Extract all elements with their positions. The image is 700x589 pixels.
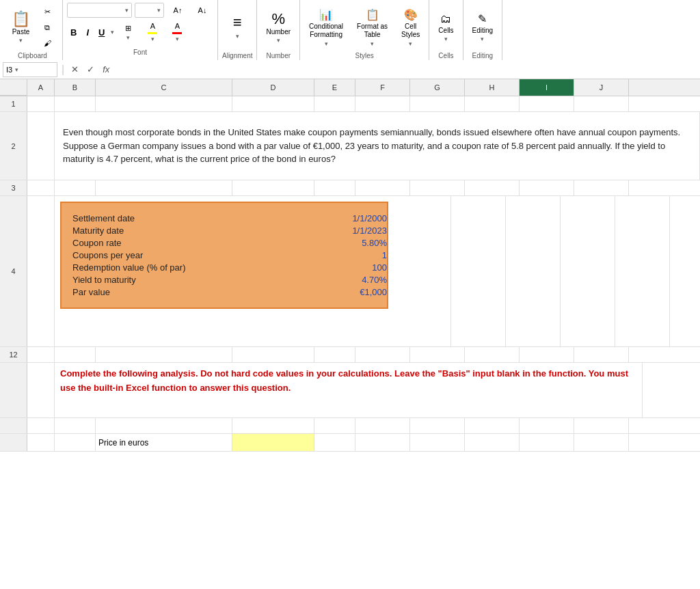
cell-f12[interactable]	[355, 347, 410, 362]
cell-e14[interactable]	[314, 418, 355, 433]
cell-j15[interactable]	[574, 434, 629, 451]
cell-i14[interactable]	[520, 418, 574, 433]
cell-b3[interactable]	[55, 180, 96, 195]
cell-h1[interactable]	[465, 96, 520, 111]
cell-g12[interactable]	[410, 347, 465, 362]
row-header-2[interactable]: 2	[0, 112, 27, 180]
cell-d3[interactable]	[232, 180, 314, 195]
cell-e1[interactable]	[314, 96, 355, 111]
cell-i12[interactable]	[520, 347, 574, 362]
col-header-i[interactable]: I	[520, 79, 574, 96]
font-size-input[interactable]: 11	[138, 6, 157, 14]
name-box[interactable]: I3 ▾	[3, 62, 57, 77]
col-header-b[interactable]: B	[55, 79, 96, 96]
cells-button[interactable]: 🗂 Cells ▾	[433, 3, 458, 52]
cell-g1[interactable]	[410, 96, 465, 111]
col-header-j[interactable]: J	[574, 79, 629, 96]
cell-a3[interactable]	[27, 180, 55, 195]
cell-b1[interactable]	[55, 96, 96, 111]
cell-i3[interactable]	[520, 180, 574, 195]
col-header-f[interactable]: F	[355, 79, 410, 96]
cell-a14[interactable]	[27, 418, 55, 433]
cell-b4-orange[interactable]: Settlement date 1/1/2000 Maturity date 1…	[55, 196, 410, 346]
row-header-14[interactable]	[0, 418, 27, 433]
cell-j14[interactable]	[574, 418, 629, 433]
cell-a12[interactable]	[27, 347, 55, 362]
cell-j4[interactable]	[670, 196, 700, 346]
cell-b13-merged[interactable]: Complete the following analysis. Do not …	[55, 363, 643, 417]
decrease-font-button[interactable]: A↓	[191, 4, 213, 16]
cell-f4[interactable]	[451, 196, 506, 346]
cell-g14[interactable]	[410, 418, 465, 433]
col-header-g[interactable]: G	[410, 79, 465, 96]
row-header-3[interactable]: 3	[0, 180, 27, 195]
cell-c1[interactable]	[96, 96, 232, 111]
cell-h15[interactable]	[465, 434, 520, 451]
row-header-4[interactable]: 4	[0, 196, 27, 346]
cell-e3[interactable]	[314, 180, 355, 195]
cell-b15[interactable]	[55, 434, 96, 451]
cell-i1[interactable]	[520, 96, 574, 111]
font-color-button[interactable]: A ▾	[166, 20, 188, 44]
col-header-h[interactable]: H	[465, 79, 520, 96]
insert-function-button[interactable]: fx	[100, 63, 112, 76]
alignment-button[interactable]: ≡ ▾	[226, 3, 248, 52]
number-button[interactable]: % Number ▾	[261, 3, 295, 52]
cut-button[interactable]: ✂	[36, 5, 58, 18]
copy-button[interactable]: ⧉	[36, 21, 58, 34]
font-name-box[interactable]: Calibri ▾	[67, 3, 132, 18]
cell-d12[interactable]	[232, 347, 314, 362]
italic-button[interactable]: I	[83, 26, 92, 39]
row-header-15[interactable]	[0, 434, 27, 451]
paste-button[interactable]: 📋 Paste ▾	[7, 3, 35, 52]
fill-color-button[interactable]: A ▾	[142, 20, 163, 44]
formula-input[interactable]	[115, 65, 697, 74]
cell-a2[interactable]	[27, 112, 55, 180]
cell-a1[interactable]	[27, 96, 55, 111]
cell-e12[interactable]	[314, 347, 355, 362]
row-header-13[interactable]	[0, 363, 27, 417]
editing-button[interactable]: ✎ Editing ▾	[468, 3, 498, 52]
col-header-e[interactable]: E	[314, 79, 355, 96]
cell-a4[interactable]	[27, 196, 55, 346]
cell-c15[interactable]: Price in euros	[96, 434, 232, 451]
font-name-input[interactable]: Calibri	[70, 6, 125, 14]
cell-i15[interactable]	[520, 434, 574, 451]
cell-b12[interactable]	[55, 347, 96, 362]
cell-b2-merged[interactable]: Even though most corporate bonds in the …	[55, 112, 700, 180]
bold-button[interactable]: B	[67, 26, 80, 39]
cell-f15[interactable]	[355, 434, 410, 451]
cell-g4[interactable]	[506, 196, 561, 346]
cell-j1[interactable]	[574, 96, 629, 111]
cell-d15-price[interactable]	[232, 434, 314, 451]
cell-j3[interactable]	[574, 180, 629, 195]
col-header-c[interactable]: C	[96, 79, 232, 96]
underline-button[interactable]: U	[95, 26, 108, 39]
cancel-formula-button[interactable]: ✕	[68, 63, 81, 76]
row-header-12[interactable]: 12	[0, 347, 27, 362]
format-painter-button[interactable]: 🖌	[36, 37, 58, 49]
row-header-1[interactable]: 1	[0, 96, 27, 111]
cell-g3[interactable]	[410, 180, 465, 195]
font-size-box[interactable]: 11 ▾	[135, 3, 164, 18]
cell-c12[interactable]	[96, 347, 232, 362]
cell-e15[interactable]	[314, 434, 355, 451]
increase-font-button[interactable]: A↑	[167, 4, 189, 16]
cell-a15[interactable]	[27, 434, 55, 451]
cell-i4[interactable]	[615, 196, 670, 346]
conditional-formatting-button[interactable]: 📊 ConditionalFormatting ▾	[304, 3, 348, 52]
cell-c14[interactable]	[96, 418, 232, 433]
cell-h12[interactable]	[465, 347, 520, 362]
borders-button[interactable]: ⊞ ▾	[117, 22, 139, 43]
cell-f14[interactable]	[355, 418, 410, 433]
cell-a13[interactable]	[27, 363, 55, 417]
cell-c3[interactable]	[96, 180, 232, 195]
cell-d14[interactable]	[232, 418, 314, 433]
format-as-table-button[interactable]: 📋 Format asTable ▾	[352, 3, 392, 52]
cell-h14[interactable]	[465, 418, 520, 433]
cell-j12[interactable]	[574, 347, 629, 362]
cell-f3[interactable]	[355, 180, 410, 195]
cell-b14[interactable]	[55, 418, 96, 433]
cell-g15[interactable]	[410, 434, 465, 451]
cell-e4[interactable]	[410, 196, 451, 346]
